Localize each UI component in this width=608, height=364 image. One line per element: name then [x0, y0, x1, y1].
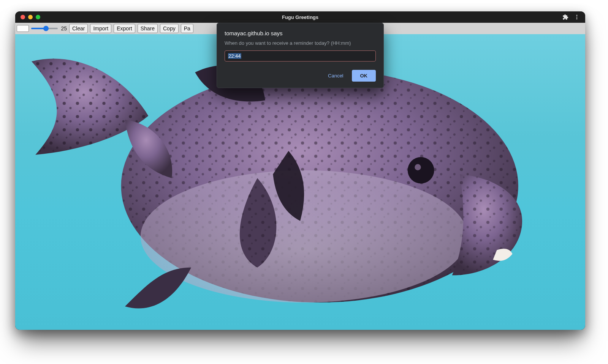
brush-size-slider[interactable]: 25 [31, 25, 67, 32]
svg-point-8 [141, 170, 468, 303]
color-swatch[interactable] [17, 25, 29, 32]
dialog-input[interactable]: 22:44 [225, 50, 376, 61]
copy-button[interactable]: Copy [160, 24, 179, 33]
svg-point-1 [576, 17, 578, 18]
brush-size-value: 25 [60, 25, 67, 32]
dialog-message: When do you want to receive a reminder t… [225, 40, 376, 46]
svg-point-2 [576, 18, 578, 19]
svg-point-10 [415, 164, 421, 170]
kebab-menu-icon[interactable] [574, 14, 580, 20]
app-window: Fugu Greetings 25 ClearImportExportSh [15, 11, 585, 330]
window-controls [21, 15, 40, 19]
titlebar: Fugu Greetings [15, 11, 585, 23]
window-close-icon[interactable] [21, 15, 25, 19]
window-minimize-icon[interactable] [28, 15, 33, 19]
window-zoom-icon[interactable] [36, 15, 40, 19]
ok-button[interactable]: OK [352, 70, 376, 82]
prompt-dialog: tomayac.github.io says When do you want … [217, 23, 384, 88]
dialog-origin: tomayac.github.io says [225, 30, 376, 36]
extensions-icon[interactable] [562, 14, 568, 20]
cancel-button[interactable]: Cancel [326, 71, 345, 81]
share-button[interactable]: Share [138, 24, 158, 33]
import-button[interactable]: Import [90, 24, 111, 33]
export-button[interactable]: Export [114, 24, 135, 33]
svg-point-9 [408, 157, 434, 184]
window-title: Fugu Greetings [282, 14, 318, 20]
clear-button[interactable]: Clear [69, 24, 88, 33]
svg-point-0 [576, 15, 578, 16]
paste-button-partial[interactable]: Pa [181, 24, 193, 33]
